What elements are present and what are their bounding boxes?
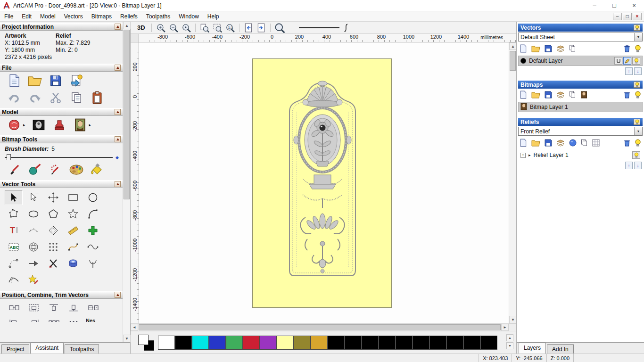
paint-selective-icon[interactable] <box>27 163 42 177</box>
assistant-scrollbar[interactable]: ▲ ▼ <box>123 22 130 342</box>
colour-swatch[interactable] <box>209 336 226 350</box>
menu-item[interactable]: Window <box>174 12 203 21</box>
canvas-scroll-down-icon[interactable]: ▼ <box>509 316 517 323</box>
primary-secondary-colour-selector[interactable] <box>138 335 154 351</box>
greyscale-view-icon[interactable] <box>31 118 46 132</box>
vector-texture-icon[interactable] <box>25 272 42 288</box>
select-vectors-icon[interactable] <box>5 190 23 205</box>
nesting-icon[interactable]: Nes <box>86 317 95 322</box>
save-vectors-icon[interactable] <box>545 45 552 54</box>
align-right-icon[interactable] <box>26 317 41 322</box>
menu-item[interactable]: Edit <box>17 12 36 21</box>
bitmap-to-vector-icon[interactable] <box>580 91 587 100</box>
new-model-icon[interactable] <box>7 74 22 88</box>
copy-layer-icon[interactable] <box>569 45 576 54</box>
menu-item[interactable]: Model <box>36 12 60 21</box>
bitmaps-header-bulb-icon[interactable] <box>634 82 640 88</box>
fit-arcs-icon[interactable] <box>84 256 102 271</box>
new-bitmap-layer-icon[interactable] <box>520 90 527 100</box>
colour-swatch[interactable] <box>277 336 294 350</box>
menu-item[interactable]: Help <box>203 12 223 21</box>
mdi-restore-button[interactable]: □ <box>623 13 632 20</box>
colour-swatch[interactable] <box>362 336 379 350</box>
open-file-icon[interactable] <box>27 74 42 88</box>
collapse-vector-tools-button[interactable] <box>115 181 121 187</box>
paste-array-icon[interactable] <box>44 239 62 255</box>
primary-colour-swatch[interactable] <box>138 335 149 345</box>
colour-swatch[interactable] <box>294 336 311 350</box>
move-relief-down-icon[interactable]: ↓ <box>634 162 642 169</box>
relief-visibility-bulb-icon[interactable] <box>632 151 640 159</box>
open-vector-file-icon[interactable] <box>531 45 540 54</box>
smooth-curve-icon[interactable] <box>84 239 102 255</box>
reliefs-header-bulb-icon[interactable] <box>634 119 640 125</box>
maximize-button[interactable]: □ <box>604 0 624 11</box>
sheet-selector[interactable]: Default Sheet ▼ <box>518 33 643 41</box>
save-bitmap-icon[interactable] <box>545 91 552 100</box>
canvas-scroll-left-icon[interactable]: ◄ <box>131 324 138 331</box>
scroll-down-icon[interactable]: ▼ <box>123 335 131 342</box>
copy-bitmap-icon[interactable] <box>569 91 576 100</box>
spray-paint-icon[interactable] <box>48 163 63 177</box>
colour-swatch[interactable] <box>260 336 277 350</box>
next-view-icon[interactable] <box>256 23 267 33</box>
colour-swatch[interactable] <box>463 336 480 350</box>
measure-tool-icon[interactable] <box>64 223 82 238</box>
brush-diameter-slider[interactable] <box>5 157 113 158</box>
vector-layer-row[interactable]: Default Layer <box>518 56 643 66</box>
fit-curve-icon[interactable] <box>64 239 82 255</box>
toggle-all-visibility-icon[interactable] <box>635 45 641 54</box>
mdi-minimize-button[interactable]: – <box>613 13 622 20</box>
collapse-model-button[interactable] <box>115 109 121 115</box>
menu-item[interactable]: Reliefs <box>116 12 142 21</box>
move-layer-up-icon[interactable]: ↑ <box>625 67 633 75</box>
wrap-vectors-icon[interactable] <box>25 239 42 255</box>
close-button[interactable]: × <box>624 0 644 11</box>
colour-swatch[interactable] <box>158 336 175 350</box>
stroke-preview[interactable] <box>299 27 339 28</box>
relief-layer-row[interactable]: + ▸ Relief Layer 1 <box>518 150 643 160</box>
relief-grid-icon[interactable] <box>592 139 600 148</box>
load-bitmap-dropdown-icon[interactable]: ▸ <box>89 123 91 127</box>
bitmap-layer-name[interactable]: Bitmap Layer 1 <box>530 104 568 110</box>
colour-swatch[interactable] <box>175 336 192 350</box>
node-editing-icon[interactable] <box>25 190 42 205</box>
relief-stamp-icon[interactable] <box>52 118 67 132</box>
trim-vectors-icon[interactable] <box>44 256 62 271</box>
drawing-canvas[interactable] <box>139 42 509 323</box>
join-vectors-icon[interactable] <box>5 256 23 271</box>
panel-tab[interactable]: Toolpaths <box>65 344 99 354</box>
create-text-icon[interactable]: T <box>5 223 23 238</box>
transform-vectors-icon[interactable] <box>44 190 62 205</box>
view-3d-button[interactable]: 3D <box>134 23 148 32</box>
copy-icon[interactable] <box>69 90 84 105</box>
merge-layers-icon[interactable] <box>556 45 565 54</box>
collapse-position-button[interactable] <box>115 292 121 298</box>
colour-swatch[interactable] <box>446 336 463 350</box>
panel-tab[interactable]: Add In <box>547 344 574 354</box>
offset-vector-icon[interactable] <box>44 223 62 238</box>
save-relief-icon[interactable] <box>545 139 552 148</box>
zoom-selected-icon[interactable]: 1:1 <box>224 23 236 33</box>
chevron-down-icon[interactable]: ▼ <box>634 33 642 41</box>
zoom-out-icon[interactable] <box>168 23 179 33</box>
vector-doctor-icon[interactable] <box>25 256 42 271</box>
merge-reliefs-icon[interactable] <box>556 139 565 148</box>
canvas-vscroll-thumb[interactable] <box>510 51 516 71</box>
create-rectangle-icon[interactable] <box>64 190 82 205</box>
section-profile-icon[interactable] <box>5 272 23 288</box>
delete-bitmap-layer-icon[interactable] <box>624 91 630 100</box>
menu-item[interactable]: Toolpaths <box>142 12 174 21</box>
zoom-fit-icon[interactable] <box>212 23 223 33</box>
mdi-close-button[interactable]: × <box>633 13 642 20</box>
artboard[interactable] <box>252 58 392 308</box>
colour-swatch[interactable] <box>429 336 446 350</box>
colour-swatch[interactable] <box>480 336 497 350</box>
adjust-lighting-dropdown-icon[interactable]: ▸ <box>23 123 25 127</box>
new-sheet-icon[interactable] <box>520 44 527 54</box>
panel-tab[interactable]: Assistant <box>30 343 64 354</box>
chevron-down-icon[interactable]: ▼ <box>634 127 642 135</box>
create-circle-icon[interactable] <box>84 190 102 205</box>
colour-swatch[interactable] <box>192 336 209 350</box>
menu-item[interactable]: File <box>0 12 17 21</box>
